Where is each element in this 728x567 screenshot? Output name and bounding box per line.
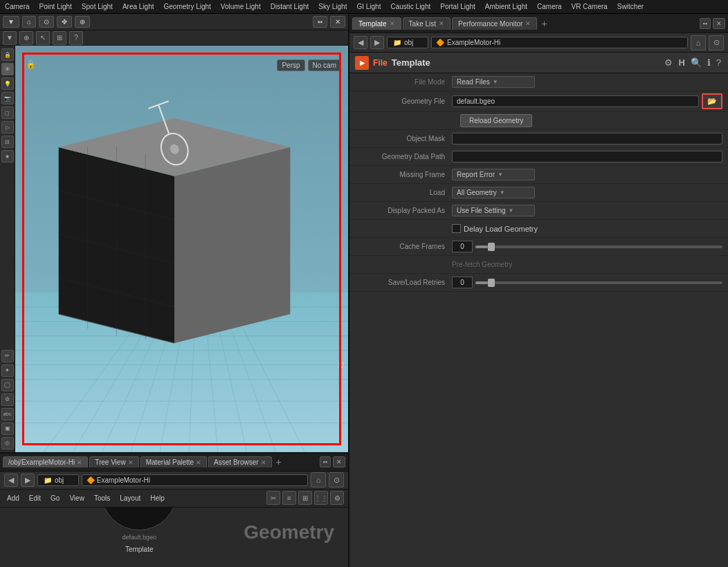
vp-btn-pan[interactable]: ✥ <box>57 16 72 28</box>
cache-frames-thumb[interactable] <box>488 243 495 251</box>
menu-caustic-light[interactable]: Caustic Light <box>388 3 433 10</box>
bottom-tab-asset[interactable]: Asset Browser ✕ <box>208 456 271 467</box>
bottom-tab-material[interactable]: Material Palette ✕ <box>140 456 207 467</box>
bottom-home-btn[interactable]: ⌂ <box>311 472 326 487</box>
side-icon-lock[interactable]: 🔒 <box>1 48 14 61</box>
save-load-retries-input[interactable] <box>452 277 473 288</box>
menu-add[interactable]: Add <box>4 493 22 503</box>
info-tool-btn[interactable]: ℹ <box>706 56 712 69</box>
vp-btn-home[interactable]: ⌂ <box>22 16 36 28</box>
tab-template[interactable]: Template ✕ <box>352 17 401 30</box>
tab-take-list[interactable]: Take List ✕ <box>403 17 451 30</box>
nav-dropdown[interactable]: 🔶 ExampleMotor-Hi <box>431 37 688 48</box>
nav-forward-btn[interactable]: ▶ <box>370 36 384 49</box>
tab-perf-monitor[interactable]: Performance Monitor ✕ <box>452 17 537 30</box>
vp-btn-dropdown[interactable]: ▼ <box>3 16 19 28</box>
missing-frame-select[interactable]: Report Error ▼ <box>452 169 535 180</box>
tab-template-close[interactable]: ✕ <box>390 20 395 27</box>
menu-sky-light[interactable]: Sky Light <box>316 3 349 10</box>
geo-data-path-input[interactable] <box>452 151 722 162</box>
vp-tool2[interactable]: ⊞ <box>53 31 66 45</box>
menu-camera[interactable]: Camera <box>3 3 32 10</box>
cache-frames-input[interactable] <box>452 241 473 252</box>
menu-vr-camera[interactable]: VR Camera <box>570 3 610 10</box>
toolbar-dots-icon[interactable]: ⋮⋮ <box>314 491 328 505</box>
load-select[interactable]: All Geometry ▼ <box>452 187 535 198</box>
side-icon-pen[interactable]: ✏ <box>1 350 14 362</box>
vp-btn-zoom[interactable]: ⊕ <box>75 16 90 28</box>
bottom-eye-btn[interactable]: ⊙ <box>329 472 344 487</box>
toolbar-grid-icon[interactable]: ⊞ <box>298 491 312 505</box>
menu-edit[interactable]: Edit <box>26 493 44 503</box>
menu-view[interactable]: View <box>66 493 87 503</box>
nav-back-btn[interactable]: ◀ <box>354 36 367 49</box>
side-icon-display[interactable]: ▣ <box>1 422 14 435</box>
display-packed-select[interactable]: Use File Setting ▼ <box>452 205 535 216</box>
retries-track[interactable] <box>475 281 722 284</box>
bottom-tab-material-close[interactable]: ✕ <box>196 459 201 466</box>
h-tool-btn[interactable]: H <box>677 56 686 69</box>
geometry-file-input[interactable] <box>452 95 699 107</box>
bottom-tab-asset-close[interactable]: ✕ <box>261 459 266 466</box>
side-icon-select[interactable]: ◯ <box>1 379 14 391</box>
no-cam-btn[interactable]: No cam <box>308 59 341 71</box>
side-icon-location[interactable]: ◎ <box>1 437 14 449</box>
reload-geometry-btn[interactable]: Reload Geometry <box>460 114 532 127</box>
search-tool-btn[interactable]: 🔍 <box>689 56 703 69</box>
bottom-tab-tree-view[interactable]: Tree View ✕ <box>89 456 138 467</box>
cache-frames-track[interactable] <box>475 245 722 248</box>
retries-thumb[interactable] <box>488 279 495 287</box>
side-icon-light[interactable]: 💡 <box>1 77 14 90</box>
browse-geometry-btn[interactable]: 📂 <box>702 93 722 109</box>
tab-layout-btn[interactable]: ▪▪ <box>700 18 711 29</box>
bottom-tab-tree-close[interactable]: ✕ <box>128 459 134 466</box>
menu-help[interactable]: Help <box>147 493 167 503</box>
object-mask-input[interactable] <box>452 133 722 145</box>
vp-help[interactable]: ? <box>69 31 83 45</box>
menu-point-light[interactable]: Point Light <box>37 3 74 10</box>
bottom-close-btn[interactable]: ✕ <box>333 456 345 467</box>
menu-camera2[interactable]: Camera <box>535 3 564 10</box>
menu-geometry-light[interactable]: Geometry Light <box>161 3 212 10</box>
tab-add-btn[interactable]: + <box>538 18 549 29</box>
menu-area-light[interactable]: Area Light <box>120 3 156 10</box>
menu-volume-light[interactable]: Volume Light <box>219 3 263 10</box>
side-icon-abc[interactable]: abc <box>1 408 14 420</box>
side-icon-geo[interactable]: ◻ <box>1 106 14 119</box>
side-icon-tools[interactable]: ⚙ <box>1 393 14 406</box>
bottom-nav-dropdown[interactable]: 🔶 ExampleMotor-Hi <box>82 474 308 486</box>
vp-select-mode[interactable]: ⊕ <box>19 31 33 45</box>
side-icon-paint[interactable]: ✦ <box>1 364 14 377</box>
side-icon-eye[interactable]: 👁 <box>1 63 14 75</box>
bottom-tab-path-close[interactable]: ✕ <box>77 459 82 466</box>
side-icon-cam[interactable]: 📷 <box>1 92 14 104</box>
tab-perf-monitor-close[interactable]: ✕ <box>525 20 531 27</box>
tab-close-btn[interactable]: ✕ <box>713 18 725 29</box>
menu-distant-light[interactable]: Distant Light <box>269 3 311 10</box>
menu-gi-light[interactable]: GI Light <box>354 3 383 10</box>
bottom-forward-btn[interactable]: ▶ <box>21 474 35 487</box>
bottom-back-btn[interactable]: ◀ <box>4 474 18 487</box>
menu-go[interactable]: Go <box>48 493 62 503</box>
toolbar-list-icon[interactable]: ≡ <box>282 491 296 505</box>
menu-portal-light[interactable]: Portal Light <box>438 3 477 10</box>
file-mode-select[interactable]: Read Files ▼ <box>452 76 535 88</box>
delay-load-checkbox[interactable] <box>452 224 461 233</box>
vp-btn-orbit[interactable]: ⊙ <box>39 16 54 28</box>
cog-tool-btn[interactable]: ⚙ <box>663 56 674 69</box>
vp-tool1[interactable]: ↖ <box>36 31 50 45</box>
help-tool-btn[interactable]: ? <box>715 56 722 69</box>
vp-btn-close[interactable]: ✕ <box>330 16 345 28</box>
nav-eye-btn[interactable]: ⊙ <box>709 35 724 50</box>
toolbar-scissors-icon[interactable]: ✂ <box>266 491 280 505</box>
menu-layout[interactable]: Layout <box>117 493 143 503</box>
vp-btn-layout[interactable]: ▪▪ <box>313 16 327 28</box>
side-icon-render[interactable]: ★ <box>1 150 14 162</box>
bottom-tab-add[interactable]: + <box>273 456 284 467</box>
bottom-layout-btn[interactable]: ▪▪ <box>320 456 331 467</box>
scene-container[interactable]: Persp No cam 🔒 12 <box>15 46 348 452</box>
menu-switcher[interactable]: Switcher <box>615 3 646 10</box>
side-icon-anim[interactable]: ▷ <box>1 121 14 133</box>
persp-btn[interactable]: Persp <box>277 59 304 71</box>
menu-spot-light[interactable]: Spot Light <box>80 3 115 10</box>
